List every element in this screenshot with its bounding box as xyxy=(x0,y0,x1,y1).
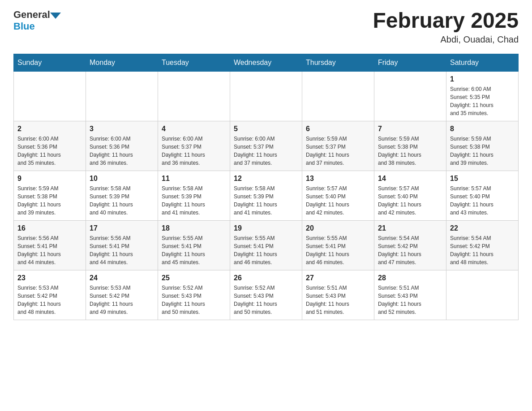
day-info: Sunrise: 5:58 AM Sunset: 5:39 PM Dayligh… xyxy=(162,184,226,217)
table-row: 27Sunrise: 5:51 AM Sunset: 5:43 PM Dayli… xyxy=(302,270,374,320)
table-row: 19Sunrise: 5:55 AM Sunset: 5:41 PM Dayli… xyxy=(230,220,302,270)
day-info: Sunrise: 5:58 AM Sunset: 5:39 PM Dayligh… xyxy=(234,184,298,217)
header-saturday: Saturday xyxy=(446,54,519,71)
logo-general-text: General xyxy=(13,9,50,21)
day-info: Sunrise: 6:00 AM Sunset: 5:37 PM Dayligh… xyxy=(234,135,298,167)
table-row xyxy=(302,71,374,121)
header-friday: Friday xyxy=(374,54,446,71)
day-info: Sunrise: 5:57 AM Sunset: 5:40 PM Dayligh… xyxy=(450,184,515,217)
day-number: 10 xyxy=(90,175,154,183)
day-info: Sunrise: 6:00 AM Sunset: 5:35 PM Dayligh… xyxy=(450,85,515,117)
table-row: 20Sunrise: 5:55 AM Sunset: 5:41 PM Dayli… xyxy=(302,220,374,270)
logo: General Blue xyxy=(13,9,61,32)
day-info: Sunrise: 5:59 AM Sunset: 5:38 PM Dayligh… xyxy=(450,135,515,167)
table-row: 10Sunrise: 5:58 AM Sunset: 5:39 PM Dayli… xyxy=(86,171,158,220)
table-row: 28Sunrise: 5:51 AM Sunset: 5:43 PM Dayli… xyxy=(374,270,446,320)
table-row: 14Sunrise: 5:57 AM Sunset: 5:40 PM Dayli… xyxy=(374,171,446,220)
day-info: Sunrise: 5:53 AM Sunset: 5:42 PM Dayligh… xyxy=(90,284,154,316)
calendar-week-row: 1Sunrise: 6:00 AM Sunset: 5:35 PM Daylig… xyxy=(14,71,519,121)
title-block: February 2025 Abdi, Ouadai, Chad xyxy=(373,9,519,45)
header-wednesday: Wednesday xyxy=(230,54,302,71)
day-number: 28 xyxy=(378,274,442,282)
table-row: 2Sunrise: 6:00 AM Sunset: 5:36 PM Daylig… xyxy=(14,121,86,171)
table-row: 16Sunrise: 5:56 AM Sunset: 5:41 PM Dayli… xyxy=(14,220,86,270)
day-number: 27 xyxy=(306,274,370,282)
day-info: Sunrise: 5:52 AM Sunset: 5:43 PM Dayligh… xyxy=(162,284,226,316)
weekday-header-row: Sunday Monday Tuesday Wednesday Thursday… xyxy=(14,54,519,71)
header-monday: Monday xyxy=(86,54,158,71)
day-number: 23 xyxy=(17,274,82,282)
day-number: 7 xyxy=(378,125,442,133)
table-row: 11Sunrise: 5:58 AM Sunset: 5:39 PM Dayli… xyxy=(158,171,230,220)
day-info: Sunrise: 5:58 AM Sunset: 5:39 PM Dayligh… xyxy=(90,184,154,217)
table-row: 7Sunrise: 5:59 AM Sunset: 5:38 PM Daylig… xyxy=(374,121,446,171)
day-info: Sunrise: 6:00 AM Sunset: 5:37 PM Dayligh… xyxy=(162,135,226,167)
day-info: Sunrise: 5:55 AM Sunset: 5:41 PM Dayligh… xyxy=(306,234,370,266)
day-info: Sunrise: 5:51 AM Sunset: 5:43 PM Dayligh… xyxy=(378,284,442,316)
day-number: 4 xyxy=(162,125,226,133)
day-number: 5 xyxy=(234,125,298,133)
day-info: Sunrise: 6:00 AM Sunset: 5:36 PM Dayligh… xyxy=(17,135,82,167)
table-row: 23Sunrise: 5:53 AM Sunset: 5:42 PM Dayli… xyxy=(14,270,86,320)
day-info: Sunrise: 5:54 AM Sunset: 5:42 PM Dayligh… xyxy=(450,234,515,266)
day-number: 11 xyxy=(162,175,226,183)
logo-arrow-icon xyxy=(50,13,61,19)
day-number: 24 xyxy=(90,274,154,282)
table-row: 21Sunrise: 5:54 AM Sunset: 5:42 PM Dayli… xyxy=(374,220,446,270)
day-info: Sunrise: 5:56 AM Sunset: 5:41 PM Dayligh… xyxy=(17,234,82,266)
table-row: 9Sunrise: 5:59 AM Sunset: 5:38 PM Daylig… xyxy=(14,171,86,220)
day-number: 6 xyxy=(306,125,370,133)
page-header: General Blue February 2025 Abdi, Ouadai,… xyxy=(13,9,519,45)
calendar-title: February 2025 xyxy=(373,9,519,33)
day-info: Sunrise: 5:55 AM Sunset: 5:41 PM Dayligh… xyxy=(234,234,298,266)
day-info: Sunrise: 5:51 AM Sunset: 5:43 PM Dayligh… xyxy=(306,284,370,316)
table-row: 6Sunrise: 5:59 AM Sunset: 5:37 PM Daylig… xyxy=(302,121,374,171)
table-row: 18Sunrise: 5:55 AM Sunset: 5:41 PM Dayli… xyxy=(158,220,230,270)
calendar-week-row: 2Sunrise: 6:00 AM Sunset: 5:36 PM Daylig… xyxy=(14,121,519,171)
day-info: Sunrise: 5:57 AM Sunset: 5:40 PM Dayligh… xyxy=(378,184,442,217)
calendar-week-row: 23Sunrise: 5:53 AM Sunset: 5:42 PM Dayli… xyxy=(14,270,519,320)
day-number: 3 xyxy=(90,125,154,133)
table-row: 1Sunrise: 6:00 AM Sunset: 5:35 PM Daylig… xyxy=(446,71,519,121)
header-sunday: Sunday xyxy=(14,54,86,71)
table-row: 4Sunrise: 6:00 AM Sunset: 5:37 PM Daylig… xyxy=(158,121,230,171)
table-row: 24Sunrise: 5:53 AM Sunset: 5:42 PM Dayli… xyxy=(86,270,158,320)
table-row: 3Sunrise: 6:00 AM Sunset: 5:36 PM Daylig… xyxy=(86,121,158,171)
table-row: 15Sunrise: 5:57 AM Sunset: 5:40 PM Dayli… xyxy=(446,171,519,220)
table-row xyxy=(446,270,519,320)
day-info: Sunrise: 6:00 AM Sunset: 5:36 PM Dayligh… xyxy=(90,135,154,167)
day-number: 8 xyxy=(450,125,515,133)
day-info: Sunrise: 5:59 AM Sunset: 5:38 PM Dayligh… xyxy=(17,184,82,217)
day-number: 16 xyxy=(17,224,82,232)
day-info: Sunrise: 5:55 AM Sunset: 5:41 PM Dayligh… xyxy=(162,234,226,266)
table-row: 8Sunrise: 5:59 AM Sunset: 5:38 PM Daylig… xyxy=(446,121,519,171)
day-number: 25 xyxy=(162,274,226,282)
day-info: Sunrise: 5:54 AM Sunset: 5:42 PM Dayligh… xyxy=(378,234,442,266)
calendar-subtitle: Abdi, Ouadai, Chad xyxy=(373,34,519,45)
table-row: 13Sunrise: 5:57 AM Sunset: 5:40 PM Dayli… xyxy=(302,171,374,220)
day-number: 18 xyxy=(162,224,226,232)
table-row: 5Sunrise: 6:00 AM Sunset: 5:37 PM Daylig… xyxy=(230,121,302,171)
header-thursday: Thursday xyxy=(302,54,374,71)
table-row: 26Sunrise: 5:52 AM Sunset: 5:43 PM Dayli… xyxy=(230,270,302,320)
day-info: Sunrise: 5:59 AM Sunset: 5:37 PM Dayligh… xyxy=(306,135,370,167)
table-row: 22Sunrise: 5:54 AM Sunset: 5:42 PM Dayli… xyxy=(446,220,519,270)
day-number: 12 xyxy=(234,175,298,183)
calendar-week-row: 16Sunrise: 5:56 AM Sunset: 5:41 PM Dayli… xyxy=(14,220,519,270)
day-number: 26 xyxy=(234,274,298,282)
table-row xyxy=(14,71,86,121)
table-row xyxy=(158,71,230,121)
day-number: 15 xyxy=(450,175,515,183)
table-row: 25Sunrise: 5:52 AM Sunset: 5:43 PM Dayli… xyxy=(158,270,230,320)
day-number: 1 xyxy=(450,75,515,83)
table-row xyxy=(230,71,302,121)
table-row xyxy=(86,71,158,121)
day-info: Sunrise: 5:56 AM Sunset: 5:41 PM Dayligh… xyxy=(90,234,154,266)
day-info: Sunrise: 5:59 AM Sunset: 5:38 PM Dayligh… xyxy=(378,135,442,167)
day-info: Sunrise: 5:57 AM Sunset: 5:40 PM Dayligh… xyxy=(306,184,370,217)
calendar-week-row: 9Sunrise: 5:59 AM Sunset: 5:38 PM Daylig… xyxy=(14,171,519,220)
day-number: 14 xyxy=(378,175,442,183)
day-number: 19 xyxy=(234,224,298,232)
table-row: 12Sunrise: 5:58 AM Sunset: 5:39 PM Dayli… xyxy=(230,171,302,220)
logo-blue-text: Blue xyxy=(13,21,61,32)
